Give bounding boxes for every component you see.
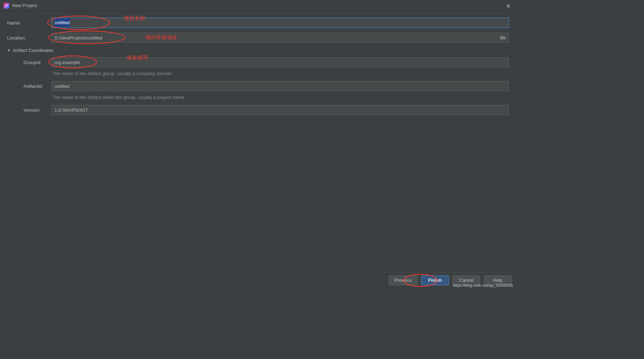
chevron-down-icon: ▼ — [7, 48, 11, 52]
artifactid-label: ArtifactId: — [7, 84, 52, 89]
cancel-button[interactable]: Cancel — [452, 275, 480, 285]
previous-button[interactable]: Previous — [389, 275, 418, 285]
version-label: Version: — [7, 107, 52, 113]
groupid-hint: The name of the artifact group, usually … — [52, 70, 509, 76]
artifactid-hint: The name of the artifact within the grou… — [52, 94, 509, 100]
name-label: Name: — [7, 20, 52, 26]
artifactid-input[interactable] — [52, 81, 509, 91]
folder-icon[interactable] — [500, 35, 506, 41]
finish-button[interactable]: Finish — [421, 275, 449, 285]
artifact-coordinates-toggle[interactable]: ▼ Artifact Coordinates — [7, 48, 509, 53]
version-input[interactable] — [52, 105, 509, 115]
section-title: Artifact Coordinates — [13, 48, 53, 53]
titlebar: IJ New Project ✕ — [0, 0, 516, 11]
name-input[interactable] — [52, 18, 509, 28]
close-icon[interactable]: ✕ — [504, 3, 512, 10]
help-button[interactable]: Help — [484, 275, 512, 285]
groupid-input[interactable] — [52, 57, 509, 67]
dialog-button-bar: Previous Finish Cancel Help — [0, 272, 516, 288]
groupid-label: GroupId: — [7, 60, 52, 65]
window-title: New Project — [12, 3, 37, 8]
app-icon: IJ — [4, 3, 9, 9]
location-input[interactable] — [52, 33, 509, 43]
location-label: Location: — [7, 35, 52, 41]
